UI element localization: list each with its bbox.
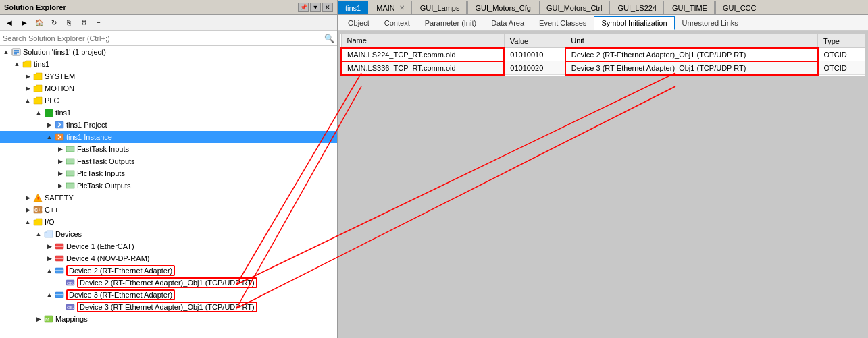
tree-item-plctask-outputs[interactable]: ▶ PlcTask Outputs xyxy=(0,179,337,192)
io-label: I/O xyxy=(45,218,55,226)
device3-icon xyxy=(54,289,65,300)
safety-icon: ! xyxy=(32,192,43,203)
tins1-instance-label: tins1 Instance xyxy=(66,133,112,141)
device3-label: Device 3 (RT-Ethernet Adapter) xyxy=(66,289,175,300)
plctask-outputs-label: PlcTask Outputs xyxy=(77,181,130,190)
tab-gui-motors-ctrl[interactable]: GUI_Motors_Ctrl xyxy=(539,1,610,14)
content-area: Name Value Unit Type xyxy=(338,31,868,338)
expand-safety[interactable]: ▶ xyxy=(23,193,32,202)
tree-item-device2[interactable]: ▲ Device 2 (RT-Ethernet Adapter) xyxy=(0,264,337,277)
expand-device3[interactable]: ▲ xyxy=(45,290,54,300)
refresh-button[interactable]: ↻ xyxy=(47,17,61,29)
tree-item-device1[interactable]: ▶ Device 1 (EtherCAT) xyxy=(0,240,337,252)
expand-device1[interactable]: ▶ xyxy=(45,242,54,251)
expand-plctask-inputs[interactable]: ▶ xyxy=(55,169,65,178)
expand-tins1[interactable]: ▲ xyxy=(12,59,22,69)
expand-tins1-plc[interactable]: ▲ xyxy=(34,108,43,117)
subtab-symbol-init[interactable]: Symbol Initialization xyxy=(594,16,674,30)
cell-name-row1: MAIN.LS224_TCP_RT.comm.oid xyxy=(341,48,504,61)
tins1-plc-label: tins1 xyxy=(55,109,71,117)
search-input[interactable] xyxy=(3,34,324,43)
svg-text:M: M xyxy=(45,317,49,322)
safety-label: SAFETY xyxy=(45,194,74,202)
expand-tins1-instance[interactable]: ▲ xyxy=(45,132,54,142)
se-search-bar[interactable]: 🔍 xyxy=(0,31,337,46)
tree-item-cpp[interactable]: ▶ C++ C++ xyxy=(0,204,337,216)
expand-cpp[interactable]: ▶ xyxy=(23,205,32,215)
tab-main-close[interactable]: ✕ xyxy=(399,4,405,11)
mappings-label: Mappings xyxy=(55,315,88,323)
tree-item-device3[interactable]: ▲ Device 3 (RT-Ethernet Adapter) xyxy=(0,289,337,301)
expand-solution[interactable]: ▲ xyxy=(1,47,11,57)
tree-item-solution[interactable]: ▲ Solution 'tins1' (1 project) xyxy=(0,46,337,58)
subtab-object[interactable]: Object xyxy=(340,16,377,30)
copy-button[interactable]: ⎘ xyxy=(62,17,76,29)
subtab-symbol-init-label: Symbol Initialization xyxy=(601,19,667,27)
cell-value-row1: 01010010 xyxy=(504,48,565,61)
expand-motion[interactable]: ▶ xyxy=(23,84,32,93)
settings-button[interactable]: ⚙ xyxy=(77,17,91,29)
expand-device4[interactable]: ▶ xyxy=(45,254,54,263)
tab-gui-lamps[interactable]: GUI_Lamps xyxy=(413,1,467,14)
tree-item-tins1[interactable]: ▲ tins1 xyxy=(0,58,337,70)
tree-item-tins1-plc[interactable]: ▲ tins1 xyxy=(0,107,337,119)
tree-item-tins1-instance[interactable]: ▲ tins1 Instance xyxy=(0,131,337,143)
mappings-icon: M xyxy=(43,314,54,325)
tree-item-tins1-project[interactable]: ▶ tins1 Project xyxy=(0,119,337,131)
expand-device2[interactable]: ▲ xyxy=(45,266,54,275)
tree-item-device2-obj1[interactable]: OBJ Device 2 (RT-Ethernet Adapter)_Obj1 … xyxy=(0,277,337,289)
device2-icon xyxy=(54,265,65,276)
subtab-event-classes[interactable]: Event Classes xyxy=(532,16,594,30)
svg-rect-8 xyxy=(66,171,74,176)
col-header-value: Value xyxy=(504,34,565,48)
expand-fasttask-inputs[interactable]: ▶ xyxy=(55,144,65,154)
forward-button[interactable]: ▶ xyxy=(18,17,31,29)
subtab-data-area[interactable]: Data Area xyxy=(484,16,532,30)
tree-item-fasttask-inputs[interactable]: ▶ FastTask Inputs xyxy=(0,143,337,155)
back-button[interactable]: ◀ xyxy=(3,17,16,29)
dropdown-button[interactable]: ▼ xyxy=(310,3,321,12)
expand-plc[interactable]: ▲ xyxy=(23,96,32,105)
type-row2: OTCID xyxy=(824,64,847,72)
tab-gui-ls224[interactable]: GUI_LS224 xyxy=(611,1,664,14)
tab-main[interactable]: MAIN ✕ xyxy=(369,1,412,14)
cell-unit-row1: Device 2 (RT-Ethernet Adapter)_Obj1 (TCP… xyxy=(565,48,818,61)
home-button[interactable]: 🏠 xyxy=(32,17,46,29)
subtab-context[interactable]: Context xyxy=(377,16,417,30)
tab-gui-motors-cfg[interactable]: GUI_Motors_Cfg xyxy=(467,1,538,14)
close-button[interactable]: ✕ xyxy=(322,3,333,12)
device2-obj1-icon: OBJ xyxy=(65,277,76,288)
cell-unit-row2: Device 3 (RT-Ethernet Adapter)_Obj1 (TCP… xyxy=(565,61,818,75)
tab-gui-time[interactable]: GUI_TIME xyxy=(665,1,715,14)
device4-label: Device 4 (NOV-DP-RAM) xyxy=(66,254,149,262)
tree-item-safety[interactable]: ▶ ! SAFETY xyxy=(0,192,337,204)
minus-button[interactable]: − xyxy=(92,17,105,29)
expand-devices[interactable]: ▲ xyxy=(34,229,43,239)
expand-tins1-project[interactable]: ▶ xyxy=(45,120,54,130)
tree-item-plc[interactable]: ▲ PLC xyxy=(0,94,337,107)
subtab-unrestored-links[interactable]: Unrestored Links xyxy=(675,16,746,30)
expand-io[interactable]: ▲ xyxy=(23,217,32,227)
svg-rect-5 xyxy=(55,134,63,140)
tree-item-motion[interactable]: ▶ MOTION xyxy=(0,82,337,94)
tab-gui-lamps-label: GUI_Lamps xyxy=(420,4,460,12)
tab-tins1[interactable]: tins1 xyxy=(338,1,368,14)
tree-item-device3-obj1[interactable]: OBJ Device 3 (RT-Ethernet Adapter)_Obj1 … xyxy=(0,301,337,313)
tree-item-fasttask-outputs[interactable]: ▶ FastTask Outputs xyxy=(0,155,337,167)
expand-fasttask-outputs[interactable]: ▶ xyxy=(55,157,65,166)
tree-item-plctask-inputs[interactable]: ▶ PlcTask Inputs xyxy=(0,167,337,179)
pin-button[interactable]: 📌 xyxy=(298,3,309,12)
tree-item-devices[interactable]: ▲ Devices xyxy=(0,228,337,240)
tree-item-mappings[interactable]: ▶ M Mappings xyxy=(0,313,337,325)
subtab-object-label: Object xyxy=(348,19,369,27)
tree-item-io[interactable]: ▲ I/O xyxy=(0,216,337,228)
expand-system[interactable]: ▶ xyxy=(23,72,32,81)
expand-plctask-outputs[interactable]: ▶ xyxy=(55,181,65,190)
tab-gui-ccc[interactable]: GUI_CCC xyxy=(715,1,764,14)
expand-mappings[interactable]: ▶ xyxy=(34,314,43,324)
unit-row2: Device 3 (RT-Ethernet Adapter)_Obj1 (TCP… xyxy=(571,64,746,72)
tree-item-device4[interactable]: ▶ Device 4 (NOV-DP-RAM) xyxy=(0,252,337,264)
device3-obj1-icon: OBJ xyxy=(65,302,76,312)
subtab-parameter-init[interactable]: Parameter (Init) xyxy=(417,16,484,30)
tree-item-system[interactable]: ▶ SYSTEM xyxy=(0,70,337,82)
